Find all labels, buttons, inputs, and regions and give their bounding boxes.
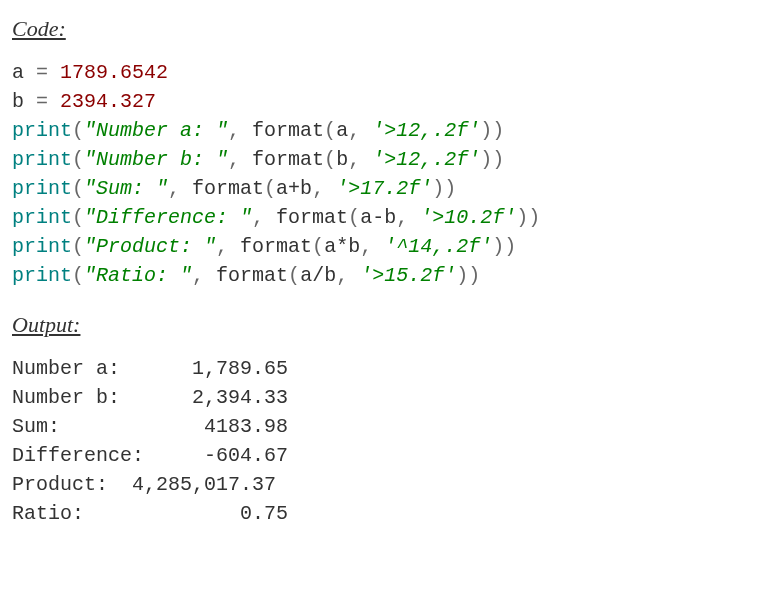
code-token: "Number b: "	[84, 148, 228, 171]
code-token: =	[36, 90, 48, 113]
code-token: a*b	[324, 235, 360, 258]
code-token: ,	[216, 235, 228, 258]
code-token: (	[264, 177, 276, 200]
code-token: format	[252, 148, 324, 171]
code-token: print	[12, 206, 72, 229]
code-token: ))	[432, 177, 456, 200]
output-heading: Output:	[12, 312, 756, 338]
output-line: Ratio: 0.75	[12, 502, 288, 525]
code-token: "Product: "	[84, 235, 216, 258]
code-token: a/b	[300, 264, 336, 287]
code-token: =	[36, 61, 48, 84]
code-token: format	[276, 206, 348, 229]
code-token: "Number a: "	[84, 119, 228, 142]
code-token: '>15.2f'	[360, 264, 456, 287]
code-token: ))	[480, 148, 504, 171]
code-token: (	[324, 119, 336, 142]
output-line: Number b: 2,394.33	[12, 386, 288, 409]
code-token: b	[336, 148, 348, 171]
code-token: ,	[348, 119, 360, 142]
code-token: (	[324, 148, 336, 171]
code-token: (	[348, 206, 360, 229]
code-token: ))	[456, 264, 480, 287]
code-token: ,	[168, 177, 180, 200]
code-token: (	[72, 119, 84, 142]
code-token: (	[312, 235, 324, 258]
code-token: '>12,.2f'	[372, 119, 480, 142]
code-token: format	[240, 235, 312, 258]
code-token: print	[12, 264, 72, 287]
code-token: a	[336, 119, 348, 142]
code-token: ))	[516, 206, 540, 229]
code-token: print	[12, 235, 72, 258]
code-block: a = 1789.6542 b = 2394.327 print("Number…	[12, 58, 756, 290]
output-line: Number a: 1,789.65	[12, 357, 288, 380]
code-token: (	[72, 177, 84, 200]
code-token: "Sum: "	[84, 177, 168, 200]
code-token: 2394.327	[60, 90, 156, 113]
code-token: ,	[228, 148, 240, 171]
code-token: format	[216, 264, 288, 287]
code-token: print	[12, 119, 72, 142]
code-token: "Ratio: "	[84, 264, 192, 287]
code-token: a-b	[360, 206, 396, 229]
code-token: ,	[252, 206, 264, 229]
code-token: '>10.2f'	[420, 206, 516, 229]
code-token: format	[192, 177, 264, 200]
code-token: ,	[336, 264, 348, 287]
code-token: print	[12, 148, 72, 171]
code-token: ,	[192, 264, 204, 287]
code-token: '^14,.2f'	[384, 235, 492, 258]
code-token: format	[252, 119, 324, 142]
code-token: '>12,.2f'	[372, 148, 480, 171]
code-token: "Difference: "	[84, 206, 252, 229]
code-token: (	[72, 148, 84, 171]
code-token: ))	[492, 235, 516, 258]
output-line: Product: 4,285,017.37	[12, 473, 288, 496]
code-token: a+b	[276, 177, 312, 200]
code-token: (	[72, 206, 84, 229]
code-heading: Code:	[12, 16, 756, 42]
code-token: '>17.2f'	[336, 177, 432, 200]
output-block: Number a: 1,789.65 Number b: 2,394.33 Su…	[12, 354, 756, 528]
code-token: 1789.6542	[60, 61, 168, 84]
code-token: ,	[396, 206, 408, 229]
code-token: (	[72, 264, 84, 287]
code-token: ))	[480, 119, 504, 142]
code-token: ,	[348, 148, 360, 171]
code-token: (	[288, 264, 300, 287]
code-token: ,	[360, 235, 372, 258]
code-token: (	[72, 235, 84, 258]
code-token: a	[12, 61, 24, 84]
output-line: Difference: -604.67	[12, 444, 288, 467]
code-token: ,	[228, 119, 240, 142]
code-token: ,	[312, 177, 324, 200]
code-token: print	[12, 177, 72, 200]
output-line: Sum: 4183.98	[12, 415, 288, 438]
code-token: b	[12, 90, 24, 113]
